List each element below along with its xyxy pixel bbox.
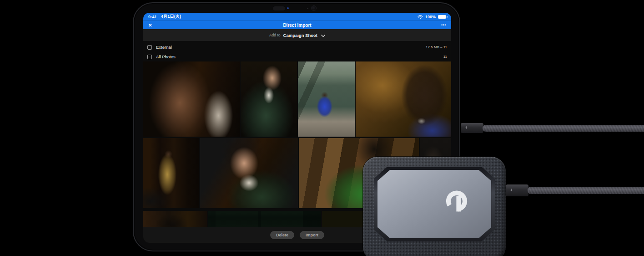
source-meta: 17.6 MB – 11	[426, 45, 447, 49]
status-time: 9:41	[148, 15, 157, 19]
delete-button[interactable]: Delete	[270, 231, 294, 239]
external-ssd	[363, 157, 506, 256]
wifi-icon	[418, 13, 423, 21]
source-label: External	[156, 45, 172, 50]
status-date: 4月1日(火)	[161, 14, 181, 20]
photo-thumbnail[interactable]	[208, 211, 321, 227]
add-to-label: Add to	[269, 33, 281, 37]
add-to-album-value: Campaign Shoot	[283, 33, 317, 38]
battery-percent: 100%	[425, 15, 436, 19]
g-technology-logo-icon	[443, 189, 470, 216]
usbc-connector	[461, 123, 483, 133]
scene: 9:41 4月1日(火) 100% ✕	[0, 0, 644, 256]
source-label: All Photos	[156, 54, 176, 59]
photo-thumbnail[interactable]	[143, 61, 240, 137]
camera-indicator-dot	[287, 7, 289, 9]
photo-thumbnail[interactable]	[200, 138, 298, 208]
photo-thumbnail[interactable]	[356, 61, 451, 137]
thunderbolt-icon	[465, 126, 468, 130]
source-row-external[interactable]: External 17.6 MB – 11	[143, 42, 451, 52]
status-bar: 9:41 4月1日(火) 100%	[143, 13, 451, 21]
usbc-connector	[506, 184, 528, 196]
photo-thumbnail[interactable]	[143, 138, 199, 208]
source-meta: 11	[443, 55, 447, 59]
import-button[interactable]: Import	[300, 231, 324, 239]
thunderbolt-icon	[510, 189, 513, 192]
source-row-all-photos[interactable]: All Photos 11	[143, 52, 451, 61]
more-menu-icon[interactable]: •••	[441, 23, 446, 27]
front-camera-icon	[311, 5, 317, 11]
checkbox-external[interactable]	[147, 45, 152, 50]
import-header: ✕ Direct import •••	[143, 21, 451, 29]
add-to-selector[interactable]: Add to Campaign Shoot	[143, 29, 451, 41]
drive-face-plate	[377, 170, 491, 238]
photo-thumbnail[interactable]	[241, 61, 297, 137]
front-camera-pill	[273, 6, 285, 10]
braided-cable	[483, 125, 644, 132]
checkbox-all-photos[interactable]	[147, 55, 152, 59]
ambient-sensor-dot	[307, 8, 308, 9]
photo-thumbnail[interactable]	[143, 211, 207, 227]
page-title: Direct import	[143, 23, 451, 28]
photo-thumbnail[interactable]	[298, 61, 355, 137]
close-icon[interactable]: ✕	[148, 23, 152, 28]
battery-icon	[438, 15, 446, 19]
braided-cable	[528, 187, 644, 194]
chevron-down-icon	[320, 31, 325, 39]
source-list: External 17.6 MB – 11 All Photos 11	[143, 41, 451, 61]
